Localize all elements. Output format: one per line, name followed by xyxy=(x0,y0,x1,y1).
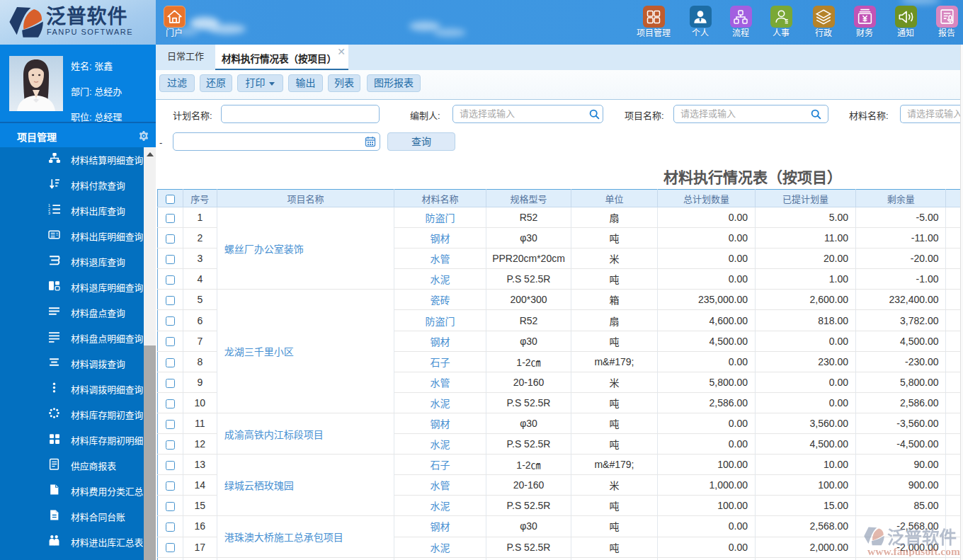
svg-text:3: 3 xyxy=(48,211,50,215)
svg-text:www.fanpusoft.com: www.fanpusoft.com xyxy=(867,545,960,557)
